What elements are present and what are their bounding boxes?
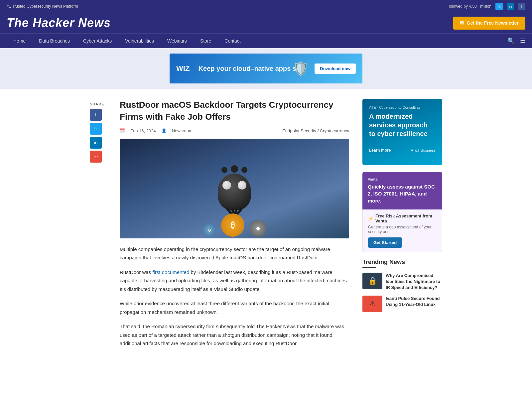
vanta-badge-text: Free Risk Assessment from Vanta [375, 213, 437, 223]
vanta-label: Vanta [368, 177, 437, 181]
trending-item-2-title: Ivanti Pulse Secure Found Using 11-Year-… [386, 296, 442, 308]
main-nav: Home Data Breaches Cyber Attacks Vulnera… [0, 33, 532, 48]
trending-title: Trending News [362, 259, 442, 266]
share-label: SHARE [90, 102, 106, 106]
vanta-ad-header[interactable]: Vanta Quickly assess against SOC 2, ISO … [362, 172, 442, 209]
att-ad-inner: AT&T Cybersecurity Consulting A moderniz… [362, 99, 442, 165]
first-documented-link[interactable]: first documented [152, 269, 189, 275]
category-separator: / [318, 128, 320, 133]
att-ad[interactable]: AT&T Cybersecurity Consulting A moderniz… [362, 99, 442, 165]
linkedin-icon[interactable]: in [507, 3, 514, 10]
share-sidebar: SHARE f 🐦 in ⋯ [90, 99, 106, 354]
ad-graphic: 🛡️ [293, 54, 309, 83]
search-icon[interactable]: 🔍 [507, 37, 515, 45]
nav-data-breaches[interactable]: Data Breaches [32, 34, 76, 48]
menu-icon[interactable]: ☰ [520, 37, 525, 45]
article-para-4: That said, the Romanian cybersecurity fi… [120, 322, 349, 348]
att-ad-footer: Learn more AT&T Business [369, 148, 436, 153]
article-para-1: Multiple companies operating in the cryp… [120, 245, 349, 262]
hero-eyes [222, 181, 246, 190]
trending-item-2: ⚠ Ivanti Pulse Secure Found Using 11-Yea… [362, 296, 442, 312]
hero-head-lumps [221, 167, 247, 173]
nav-home[interactable]: Home [7, 34, 32, 48]
top-bar: #1 Trusted Cybersecurity News Platform F… [0, 0, 532, 13]
nav-contact[interactable]: Contact [218, 34, 247, 48]
newsletter-button[interactable]: ✉ Get the Free Newsletter [453, 17, 525, 30]
nav-links: Home Data Breaches Cyber Attacks Vulnera… [7, 34, 247, 48]
article-main: RustDoor macOS Backdoor Targets Cryptocu… [120, 99, 349, 354]
trending-thumb-2: ⚠ [362, 296, 382, 312]
article-author-icon: 👤 [161, 128, 167, 133]
vanta-text: Quickly assess against SOC 2, ISO 27001,… [368, 183, 437, 204]
envelope-icon: ✉ [460, 20, 464, 26]
category-crypto[interactable]: Cryptocurrency [320, 128, 349, 133]
vanta-sub: Generate a gap assessment of your securi… [368, 225, 437, 234]
article-categories: Endpoint Security / Cryptocurrency [282, 128, 349, 133]
article-author: Newsroom [172, 128, 193, 133]
vanta-ad-bottom: ⚡ Free Risk Assessment from Vanta Genera… [362, 209, 442, 252]
header: The Hacker News ✉ Get the Free Newslette… [0, 13, 532, 33]
article-date: Feb 16, 2024 [130, 128, 156, 133]
nav-webinars[interactable]: Webinars [161, 34, 194, 48]
article-date-icon: 📅 [120, 128, 125, 133]
article-hero-image: ◇ ₿ ◆ [120, 139, 349, 238]
att-brand: AT&T Business [411, 148, 436, 152]
twitter-icon[interactable]: 𝕏 [495, 3, 503, 10]
facebook-icon[interactable]: f [518, 3, 525, 10]
ad-text: Keep your cloud–native apps safe [199, 64, 306, 73]
article-meta: 📅 Feb 16, 2024 👤 Newsroom Endpoint Secur… [120, 128, 349, 133]
nav-store[interactable]: Store [194, 34, 218, 48]
hero-coins: ◇ ₿ ◆ [202, 213, 266, 237]
lightning-icon: ⚡ [368, 216, 373, 221]
trending-section: Trending News 🔒 Why Are Compromised Iden… [362, 259, 442, 312]
site-title[interactable]: The Hacker News [7, 16, 111, 30]
trending-link-2[interactable]: Ivanti Pulse Secure Found Using 11-Year-… [386, 296, 440, 307]
trusted-badge: #1 Trusted Cybersecurity News Platform [7, 4, 78, 9]
ad-banner: WIZ Keep your cloud–native apps safe 🛡️ … [0, 48, 532, 89]
facebook-share-button[interactable]: f [90, 109, 102, 121]
ad-cta-button[interactable]: Download now [315, 64, 356, 74]
article-para-2: RustDoor was first documented by Bitdefe… [120, 268, 349, 294]
twitter-share-button[interactable]: 🐦 [90, 123, 102, 135]
category-endpoint[interactable]: Endpoint Security [282, 128, 316, 133]
main-wrapper: SHARE f 🐦 in ⋯ RustDoor macOS Backdoor T… [83, 89, 449, 364]
share-more-button[interactable]: ⋯ [90, 151, 102, 163]
article-body: Multiple companies operating in the cryp… [120, 245, 349, 348]
ad-inner[interactable]: WIZ Keep your cloud–native apps safe 🛡️ … [170, 54, 362, 83]
para2-pre: RustDoor was [120, 269, 152, 275]
att-ad-title: A modernized services approach to cyber … [369, 112, 436, 138]
vanta-badge: ⚡ Free Risk Assessment from Vanta [368, 213, 437, 223]
trending-item-1-title: Why Are Compromised Identities the Night… [386, 273, 442, 291]
article-meta-left: 📅 Feb 16, 2024 👤 Newsroom [120, 128, 193, 133]
top-bar-right: Followed by 4.50+ million 𝕏 in f [447, 3, 525, 10]
newsletter-label: Get the Free Newsletter [467, 20, 519, 26]
right-sidebar: AT&T Cybersecurity Consulting A moderniz… [362, 99, 442, 354]
att-ad-label: AT&T Cybersecurity Consulting [369, 105, 436, 109]
nav-cyber-attacks[interactable]: Cyber Attacks [76, 34, 118, 48]
vanta-cta-button[interactable]: Get Started [368, 237, 402, 248]
article-title: RustDoor macOS Backdoor Targets Cryptocu… [120, 99, 349, 123]
article-para-3: While prior evidence uncovered at least … [120, 299, 349, 316]
ad-logo: WIZ [176, 64, 190, 73]
nav-icons: 🔍 ☰ [507, 37, 525, 45]
trending-underline [362, 267, 376, 268]
trending-item-1: 🔒 Why Are Compromised Identities the Nig… [362, 273, 442, 291]
trending-link-1[interactable]: Why Are Compromised Identities the Night… [386, 273, 440, 290]
att-learn-more-link[interactable]: Learn more [369, 148, 391, 153]
nav-vulnerabilities[interactable]: Vulnerabilities [118, 34, 161, 48]
followed-text: Followed by 4.50+ million [447, 4, 491, 9]
hero-body [218, 174, 251, 210]
trending-thumb-1: 🔒 [362, 273, 382, 289]
linkedin-share-button[interactable]: in [90, 137, 102, 149]
